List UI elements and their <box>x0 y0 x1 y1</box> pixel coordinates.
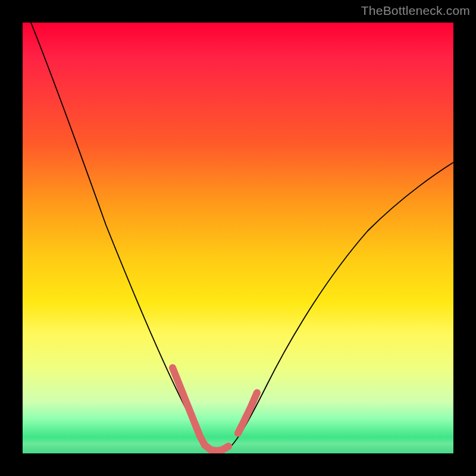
chart-svg <box>23 23 453 453</box>
watermark-text: TheBottleneck.com <box>361 4 470 18</box>
marker-right-ascent <box>238 393 257 433</box>
marker-bottom <box>205 445 228 451</box>
chart-frame: TheBottleneck.com <box>0 0 476 476</box>
marker-left-descent <box>173 368 205 445</box>
bottleneck-curve <box>31 23 453 452</box>
